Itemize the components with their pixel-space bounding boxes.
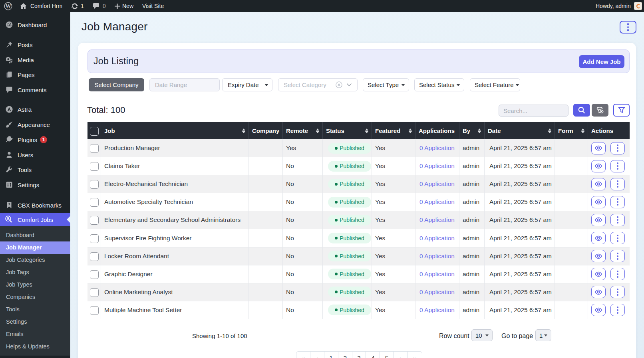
svg-text:W: W	[5, 3, 11, 9]
